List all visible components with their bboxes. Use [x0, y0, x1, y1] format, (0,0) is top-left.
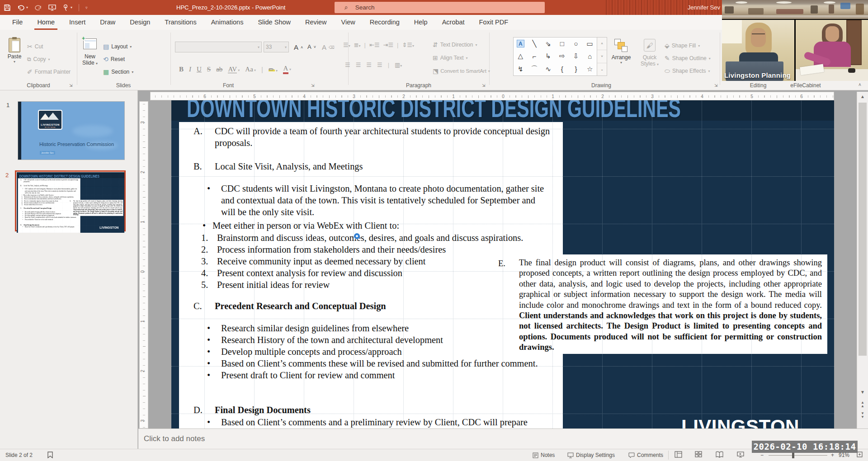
slide-editing-area[interactable]: DOWNTOWN HISTORIC DISTRICT DESIGN GUIDEL… [138, 90, 857, 428]
save-icon[interactable] [4, 4, 11, 11]
font-name-select[interactable]: ▾ [175, 42, 262, 52]
corner-shape-icon[interactable]: ⌂ [588, 52, 592, 60]
align-text-button[interactable]: ⊞Align Text▾ [433, 55, 468, 61]
horizontal-ruler[interactable]: 6543210123456 [150, 92, 834, 100]
oval-shape-icon[interactable]: ○ [574, 40, 578, 47]
scroll-down-icon[interactable]: ▼ [858, 388, 867, 397]
drawing-dialog-launcher[interactable]: ⇲ [714, 83, 719, 88]
font-color-button[interactable]: A ▾ [283, 64, 291, 74]
arrow-shape-icon[interactable]: ⇘ [545, 40, 551, 48]
touch-mode-icon[interactable]: ▾ [62, 4, 72, 11]
numbering-button[interactable]: ≣▾ [354, 42, 361, 48]
triangle-shape-icon[interactable]: △ [518, 52, 524, 60]
gallery-more-icon[interactable]: ⌄ [597, 63, 607, 75]
normal-view-icon[interactable] [675, 451, 682, 459]
tab-foxit-pdf[interactable]: Foxit PDF [472, 15, 515, 30]
subscript-button[interactable]: ab [216, 66, 222, 73]
arrange-button[interactable]: Arrange ▾ [606, 36, 637, 65]
vertical-scrollbar[interactable]: ▲ ▼ ▲▲ ▼▼ [857, 92, 868, 428]
down-arrow-shape-icon[interactable]: ⇩ [573, 52, 579, 60]
tab-design[interactable]: Design [123, 15, 157, 30]
tab-draw[interactable]: Draw [93, 15, 123, 30]
curve-shape-icon[interactable]: ∿ [545, 65, 551, 73]
tab-help[interactable]: Help [407, 15, 435, 30]
elbow-arrow-shape-icon[interactable]: ↳ [545, 52, 551, 60]
justify-button[interactable]: ☰ [377, 61, 382, 68]
zoom-slider-thumb[interactable] [792, 452, 794, 458]
decrease-indent-button[interactable]: ⇤☰ [369, 42, 380, 48]
bullets-button[interactable]: ☰▾ [343, 42, 350, 48]
tab-acrobat[interactable]: Acrobat [435, 15, 472, 30]
zoom-out-button[interactable]: − [760, 452, 764, 458]
slide-ebox-text[interactable]: E.The final design product will consist … [493, 258, 827, 353]
align-left-button[interactable]: ☰ [345, 61, 350, 68]
italic-button[interactable]: I [189, 66, 191, 73]
format-painter-button[interactable]: ✐Format Painter [27, 69, 71, 75]
textbox-shape-icon[interactable]: A [517, 40, 524, 47]
roundrect-shape-icon[interactable]: ▭ [587, 40, 593, 48]
tab-animations[interactable]: Animations [204, 15, 251, 30]
line-shape-icon[interactable]: ╲ [532, 40, 536, 48]
decrease-font-icon[interactable]: A˅ [307, 43, 316, 50]
notes-toggle[interactable]: Notes [533, 452, 555, 458]
shape-effects-button[interactable]: ⬭Shape Effects▾ [665, 68, 710, 74]
account-name[interactable]: Jennifer Sev [688, 0, 720, 15]
redo-icon[interactable] [34, 4, 42, 11]
gallery-up-icon[interactable]: ˄ [597, 38, 607, 50]
align-center-button[interactable]: ☰ [356, 61, 361, 68]
gallery-down-icon[interactable]: ˅ [597, 50, 607, 63]
tab-slide-show[interactable]: Slide Show [250, 15, 298, 30]
scribble-shape-icon[interactable]: ↯ [518, 65, 524, 73]
tab-home[interactable]: Home [30, 15, 62, 30]
align-right-button[interactable]: ☰ [366, 61, 372, 68]
paste-button[interactable]: Paste ▾ [5, 36, 24, 64]
text-direction-button[interactable]: ⇵Text Direction▾ [433, 42, 477, 48]
increase-font-icon[interactable]: A˄ [294, 43, 303, 51]
reset-button[interactable]: ⟲Reset [103, 56, 125, 62]
display-settings-button[interactable]: Display Settings [567, 452, 615, 458]
customize-qat-icon[interactable]: ▿ [85, 5, 88, 10]
slide-counter[interactable]: Slide 2 of 2 [5, 452, 33, 458]
section-button[interactable]: ▦Section▾ [103, 69, 133, 75]
new-slide-button[interactable]: + New Slide ▾ [80, 36, 100, 67]
tab-review[interactable]: Review [298, 15, 334, 30]
font-dialog-launcher[interactable]: ⇲ [311, 83, 316, 88]
change-case-button[interactable]: Aa ▾ [245, 66, 256, 73]
previous-slide-icon[interactable]: ▲▲ [858, 399, 867, 408]
undo-icon[interactable]: ▾ [17, 4, 28, 11]
search-input[interactable]: ⌕ Search [335, 2, 545, 13]
slide-sorter-view-icon[interactable] [695, 451, 702, 459]
shape-fill-button[interactable]: ⬙Shape Fill▾ [665, 42, 700, 49]
highlight-color-button[interactable]: ✏ ▾ [269, 66, 278, 73]
arc-shape-icon[interactable]: ⌒ [531, 65, 538, 73]
quick-styles-button[interactable]: 🖌 Quick Styles ▾ [638, 36, 661, 68]
font-size-select[interactable]: 33▾ [264, 42, 289, 52]
zoom-slider-track[interactable] [769, 455, 827, 456]
elbow-shape-icon[interactable]: ⌐ [533, 52, 537, 60]
line-spacing-button[interactable]: ⇕☰▾ [402, 42, 414, 48]
slideshow-view-icon[interactable] [737, 451, 744, 459]
tab-view[interactable]: View [334, 15, 363, 30]
clear-formatting-icon[interactable]: A⌫ [322, 43, 335, 51]
left-brace-shape-icon[interactable]: { [561, 65, 563, 73]
tab-recording[interactable]: Recording [363, 15, 407, 30]
slide2-thumbnail-selected[interactable]: DOWNTOWN HISTORIC DISTRICT DESIGN GUIDEL… [15, 170, 126, 231]
next-slide-icon[interactable]: ▼▼ [858, 410, 867, 419]
slide1-thumbnail[interactable]: LIVINGSTON MONTANA Historic Preservation… [18, 102, 124, 160]
paragraph-dialog-launcher[interactable]: ⇲ [482, 83, 486, 88]
cut-button[interactable]: ✂Cut [27, 43, 43, 50]
underline-button[interactable]: U [197, 66, 202, 73]
slide-title-text[interactable]: DOWNTOWN HISTORIC DISTRICT DESIGN GUIDEL… [187, 100, 642, 123]
zoom-in-button[interactable]: + [831, 452, 834, 458]
strikethrough-button[interactable]: S [207, 66, 211, 73]
scroll-up-icon[interactable]: ▲ [858, 92, 867, 101]
columns-button[interactable]: ▥▾ [395, 61, 402, 68]
collapse-ribbon-icon[interactable]: ˄ [859, 82, 861, 87]
notes-placeholder[interactable]: Click to add notes [144, 434, 205, 443]
reading-view-icon[interactable] [716, 451, 723, 459]
smartart-button[interactable]: ⬔Convert to SmartArt▾ [433, 68, 490, 74]
bold-button[interactable]: B [179, 66, 184, 73]
shape-outline-button[interactable]: ✎Shape Outline▾ [665, 55, 711, 61]
start-slideshow-icon[interactable] [48, 4, 56, 11]
tab-file[interactable]: File [5, 15, 30, 30]
